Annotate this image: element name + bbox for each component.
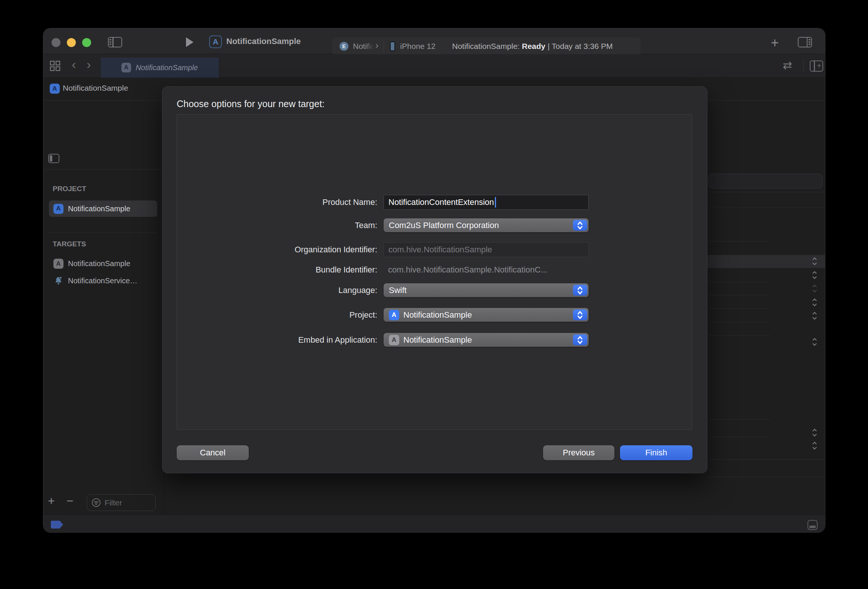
row-divider <box>707 477 825 477</box>
sidebar-item-target-notificationsample[interactable]: A NotificationSample <box>53 259 130 269</box>
add-editor-icon[interactable]: + <box>810 60 823 72</box>
row-divider <box>707 459 825 460</box>
filter-icon <box>92 498 101 507</box>
run-destination[interactable]: iPhone 12 <box>400 42 435 51</box>
row-divider <box>707 322 770 322</box>
tab-label: NotificationSample <box>136 63 198 72</box>
team-value: Com2uS Platform Corporation <box>389 221 499 230</box>
tab-notificationsample[interactable]: A NotificationSample <box>100 57 219 78</box>
window-minimize-button[interactable] <box>67 38 76 47</box>
popup-chevrons-icon <box>812 297 818 307</box>
text-cursor <box>495 197 496 208</box>
popup-chevrons-icon <box>573 334 587 345</box>
embed-in-application-label: Embed in Application: <box>162 335 377 345</box>
add-target-button[interactable]: + <box>48 494 55 508</box>
status-app-name: NotificationSample: <box>452 42 520 50</box>
row-divider <box>707 208 825 208</box>
product-name-value: NotificationContentExtension <box>388 197 494 207</box>
targets-section-header: TARGETS <box>53 240 86 248</box>
target-app-icon: A <box>53 259 63 269</box>
product-name-label: Product Name: <box>162 197 377 207</box>
bundle-identifier-label: Bundle Identifier: <box>162 265 377 275</box>
project-popup[interactable]: A NotificationSample <box>384 308 589 322</box>
tabbar-separator <box>803 60 804 71</box>
window-project-title: NotificationSample <box>226 37 301 46</box>
previous-button[interactable]: Previous <box>543 445 614 460</box>
project-app-icon: A <box>389 310 399 320</box>
project-value: NotificationSample <box>403 310 472 320</box>
filter-placeholder: Filter <box>105 498 122 507</box>
toolbar: A NotificationSample E Notific › iPhone … <box>43 28 825 54</box>
debug-bar <box>43 514 825 533</box>
form-row-embed-in-application: Embed in Application: A NotificationSamp… <box>162 333 589 347</box>
toggle-inspector-icon[interactable] <box>798 37 812 47</box>
target-service-label: NotificationService… <box>68 277 137 285</box>
embed-in-application-popup[interactable]: A NotificationSample <box>384 333 589 347</box>
hide-targets-list-icon[interactable] <box>48 154 59 163</box>
window-close-button[interactable] <box>52 38 61 47</box>
form-row-product-name: Product Name: NotificationContentExtensi… <box>162 195 589 210</box>
sidebar-item-target-notificationservice[interactable]: NotificationService… <box>53 276 137 286</box>
sidebar-divider <box>48 233 157 233</box>
popup-chevrons-icon <box>812 311 818 321</box>
scheme-extension-badge[interactable]: E <box>340 42 348 51</box>
form-row-organization-identifier: Organization Identifier: com.hive.Notifi… <box>162 242 589 257</box>
bell-icon <box>53 276 63 286</box>
add-editor-plus: + <box>817 62 821 70</box>
team-popup[interactable]: Com2uS Platform Corporation <box>384 218 589 232</box>
organization-identifier-label: Organization Identifier: <box>162 245 377 255</box>
scheme-status-pill: E Notific › iPhone 12 NotificationSample… <box>332 37 641 55</box>
sidebar-item-project-notificationsample[interactable]: A NotificationSample <box>49 200 157 217</box>
toggle-navigator-icon[interactable] <box>108 37 122 47</box>
forward-button[interactable]: › <box>87 57 91 72</box>
form-row-bundle-identifier: Bundle Identifier: com.hive.Notification… <box>162 265 548 275</box>
popup-chevrons-icon <box>812 441 818 451</box>
tab-overview-grid-icon[interactable] <box>50 60 61 72</box>
back-button[interactable]: ‹ <box>72 57 76 72</box>
tab-app-icon: A <box>121 63 131 72</box>
project-app-icon: A <box>53 204 63 214</box>
scheme-name[interactable]: Notific <box>353 42 375 51</box>
tab-bar: ‹ › A NotificationSample ⇄ + <box>43 54 825 78</box>
swap-editor-icon[interactable]: ⇄ <box>783 59 792 72</box>
popup-chevrons-icon <box>573 285 587 296</box>
project-section-header: PROJECT <box>53 185 86 193</box>
new-target-options-dialog: Choose options for your new target: Prod… <box>162 86 707 473</box>
window-zoom-button[interactable] <box>82 38 91 47</box>
iphone-icon <box>390 41 395 51</box>
row-divider <box>707 192 825 192</box>
status-time: | Today at 3:36 PM <box>548 42 613 50</box>
app-store-icon: A <box>209 35 222 48</box>
form-row-project: Project: A NotificationSample <box>162 308 589 322</box>
scheme-chevron-icon[interactable]: › <box>375 40 378 51</box>
team-label: Team: <box>162 221 377 230</box>
selected-setting-row-fragment <box>707 255 825 268</box>
popup-chevrons-icon <box>812 270 818 280</box>
row-divider <box>707 241 770 241</box>
form-row-language: Language: Swift <box>162 283 589 297</box>
bundle-identifier-value: com.hive.NotificationSample.Notification… <box>384 265 548 275</box>
cancel-button[interactable]: Cancel <box>177 445 249 460</box>
popup-chevrons-icon <box>812 284 818 293</box>
language-popup[interactable]: Swift <box>384 283 589 297</box>
library-add-button[interactable]: + <box>771 35 779 51</box>
product-name-field[interactable]: NotificationContentExtension <box>384 195 589 210</box>
embed-app-icon: A <box>389 335 399 345</box>
row-divider <box>707 419 770 420</box>
activity-viewer: NotificationSample: Ready | Today at 3:3… <box>435 42 641 51</box>
popup-chevrons-icon <box>812 428 818 437</box>
run-button[interactable] <box>186 37 193 47</box>
row-divider <box>707 335 770 336</box>
organization-identifier-value: com.hive.NotificationSample <box>388 245 492 255</box>
filter-field[interactable]: Filter <box>87 494 156 511</box>
project-item-label: NotificationSample <box>68 205 130 213</box>
toggle-debug-area-icon[interactable] <box>807 520 818 530</box>
remove-target-button[interactable]: − <box>66 494 74 508</box>
pane-divider <box>43 169 164 169</box>
jumpbar-project-name[interactable]: NotificationSample <box>63 84 128 93</box>
pill-divider <box>384 41 384 52</box>
organization-identifier-field: com.hive.NotificationSample <box>384 242 589 257</box>
breakpoint-tag-icon[interactable] <box>51 521 63 529</box>
finish-button[interactable]: Finish <box>620 445 692 460</box>
build-settings-toolbar-fragment <box>708 174 823 188</box>
